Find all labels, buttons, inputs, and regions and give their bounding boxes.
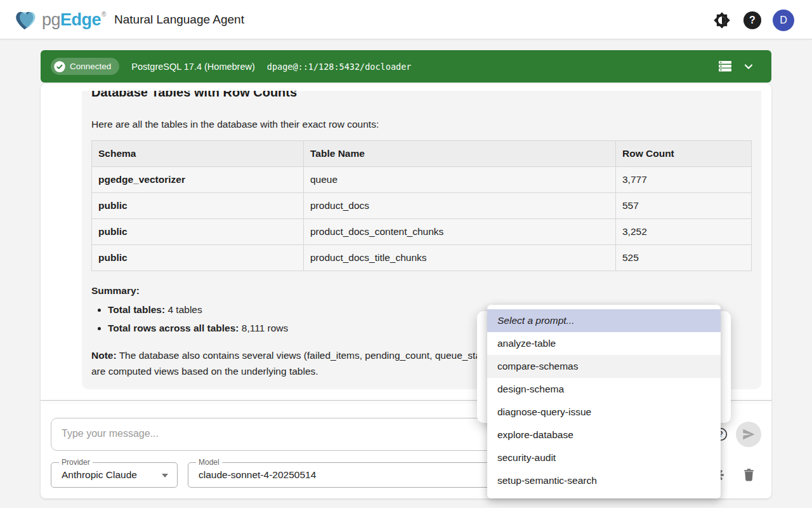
cell-table-name: product_docs bbox=[304, 193, 616, 219]
table-row: public product_docs 557 bbox=[92, 193, 752, 219]
menu-item-design-schema[interactable]: design-schema bbox=[487, 378, 721, 401]
pgedge-logo-text: pgEdge® bbox=[42, 10, 106, 30]
table-row: public product_docs_content_chunks 3,252 bbox=[92, 219, 752, 245]
column-header-table-name: Table Name bbox=[304, 141, 616, 167]
cell-row-count: 525 bbox=[616, 245, 752, 271]
cell-table-name: queue bbox=[304, 167, 616, 193]
connected-badge: Connected bbox=[51, 58, 119, 75]
user-avatar[interactable]: D bbox=[773, 10, 794, 31]
note-label: Note: bbox=[91, 350, 117, 361]
menu-item-setup-semantic-search[interactable]: setup-semantic-search bbox=[487, 469, 721, 492]
send-button[interactable] bbox=[736, 422, 761, 447]
cell-row-count: 3,252 bbox=[616, 219, 752, 245]
app-window: pgEdge® Natural Language Agent ? D Conne… bbox=[0, 0, 812, 508]
trash-icon[interactable] bbox=[742, 467, 756, 482]
menu-item-diagnose-query-issue[interactable]: diagnose-query-issue bbox=[487, 401, 721, 424]
menu-item-placeholder[interactable]: Select a prompt... bbox=[487, 309, 721, 332]
column-header-row-count: Row Count bbox=[616, 141, 752, 167]
pgedge-logo: pgEdge® bbox=[11, 6, 106, 34]
provider-label: Provider bbox=[59, 458, 93, 467]
storage-icon[interactable] bbox=[718, 59, 732, 73]
message-intro: Here are all the tables in the database … bbox=[91, 117, 751, 132]
summary-item-value: 4 tables bbox=[165, 304, 202, 315]
pgedge-heart-icon bbox=[11, 6, 41, 33]
page-title: Natural Language Agent bbox=[114, 13, 244, 27]
table-header-row: Schema Table Name Row Count bbox=[92, 141, 752, 167]
dark-mode-toggle-icon[interactable] bbox=[713, 11, 731, 29]
help-icon[interactable]: ? bbox=[743, 11, 761, 29]
cell-schema: pgedge_vectorizer bbox=[92, 167, 304, 193]
avatar-initial: D bbox=[780, 15, 787, 26]
menu-item-explore-database[interactable]: explore-database bbox=[487, 424, 721, 446]
column-header-schema: Schema bbox=[92, 141, 304, 167]
cell-row-count: 557 bbox=[616, 193, 752, 219]
table-row: pgedge_vectorizer queue 3,777 bbox=[92, 167, 752, 193]
cell-schema: public bbox=[92, 245, 304, 271]
cell-table-name: product_docs_title_chunks bbox=[304, 245, 616, 271]
cell-schema: public bbox=[92, 219, 304, 245]
summary-item-label: Total tables: bbox=[108, 304, 165, 315]
menu-item-security-audit[interactable]: security-audit bbox=[487, 446, 721, 469]
server-version: PostgreSQL 17.4 (Homebrew) bbox=[131, 62, 255, 72]
row-counts-table: Schema Table Name Row Count pgedge_vecto… bbox=[91, 140, 752, 271]
help-glyph: ? bbox=[749, 15, 756, 26]
summary-item-label: Total rows across all tables: bbox=[108, 323, 239, 333]
cell-row-count: 3,777 bbox=[616, 167, 752, 193]
table-row: public product_docs_title_chunks 525 bbox=[92, 245, 752, 271]
send-icon bbox=[742, 427, 756, 441]
connection-string: dpage@::1/128:5432/docloader bbox=[267, 62, 412, 72]
cell-table-name: product_docs_content_chunks bbox=[304, 219, 616, 245]
summary-heading: Summary: bbox=[91, 284, 751, 298]
select-arrow-icon bbox=[162, 474, 168, 478]
provider-select[interactable]: Provider Anthropic Claude bbox=[51, 462, 178, 488]
connection-bar: Connected PostgreSQL 17.4 (Homebrew) dpa… bbox=[41, 50, 771, 83]
menu-item-analyze-table[interactable]: analyze-table bbox=[487, 332, 721, 355]
note-line2: are computed views based on the underlyi… bbox=[91, 366, 318, 377]
check-circle-icon bbox=[54, 61, 65, 72]
menu-item-compare-schemas[interactable]: compare-schemas bbox=[487, 355, 721, 378]
cell-schema: public bbox=[92, 193, 304, 219]
prompt-dropdown-menu: Select a prompt... analyze-table compare… bbox=[487, 305, 721, 498]
message-heading: Database Tables with Row Counts bbox=[91, 91, 751, 101]
summary-item-value: 8,111 rows bbox=[239, 323, 288, 333]
model-label: Model bbox=[196, 458, 222, 467]
chevron-down-icon[interactable] bbox=[742, 60, 755, 73]
connection-status: Connected bbox=[70, 62, 111, 71]
app-header: pgEdge® Natural Language Agent ? D bbox=[0, 0, 812, 39]
